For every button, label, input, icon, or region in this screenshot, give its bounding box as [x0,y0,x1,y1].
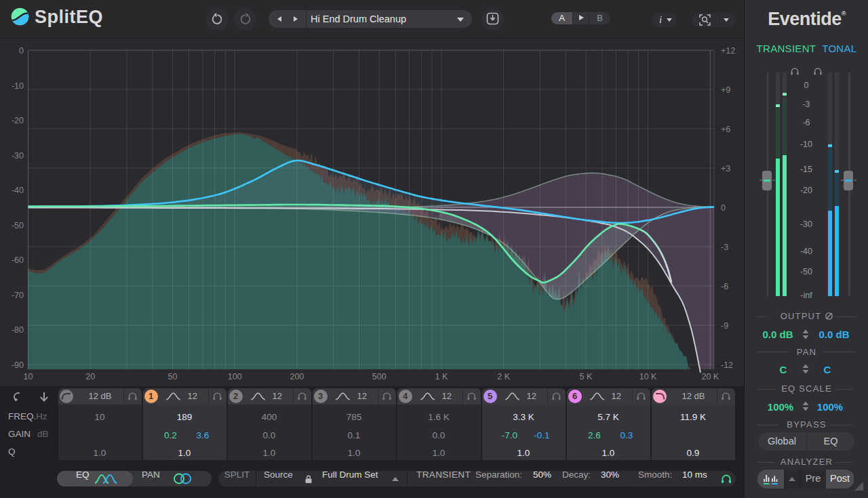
svg-text:500: 500 [372,372,387,381]
svg-text:-50: -50 [12,221,24,230]
svg-text:5 K: 5 K [580,372,593,381]
svg-text:+9: +9 [721,85,730,95]
svg-text:-3: -3 [721,243,728,252]
svg-text:+12: +12 [721,46,735,56]
svg-text:+6: +6 [721,125,730,134]
svg-text:-60: -60 [12,255,24,265]
svg-text:1 K: 1 K [435,372,448,381]
svg-text:-40: -40 [12,186,24,195]
svg-text:200: 200 [290,372,304,381]
svg-text:-20: -20 [12,116,24,125]
svg-text:0: 0 [721,203,726,213]
svg-text:10: 10 [24,372,33,381]
svg-text:0: 0 [19,46,24,56]
svg-text:-12: -12 [721,360,733,370]
svg-text:-6: -6 [721,282,728,291]
svg-text:-10: -10 [12,81,24,91]
svg-text:100: 100 [228,372,242,381]
svg-text:20: 20 [85,372,95,381]
svg-text:2 K: 2 K [497,372,510,381]
svg-text:+3: +3 [721,164,730,173]
svg-text:10 K: 10 K [639,372,657,381]
svg-text:-90: -90 [12,360,24,370]
svg-text:-9: -9 [721,321,728,331]
svg-text:-80: -80 [12,325,24,335]
svg-text:20 K: 20 K [701,372,719,381]
svg-text:-70: -70 [12,291,24,300]
svg-text:50: 50 [168,372,178,381]
svg-text:-30: -30 [12,151,24,161]
